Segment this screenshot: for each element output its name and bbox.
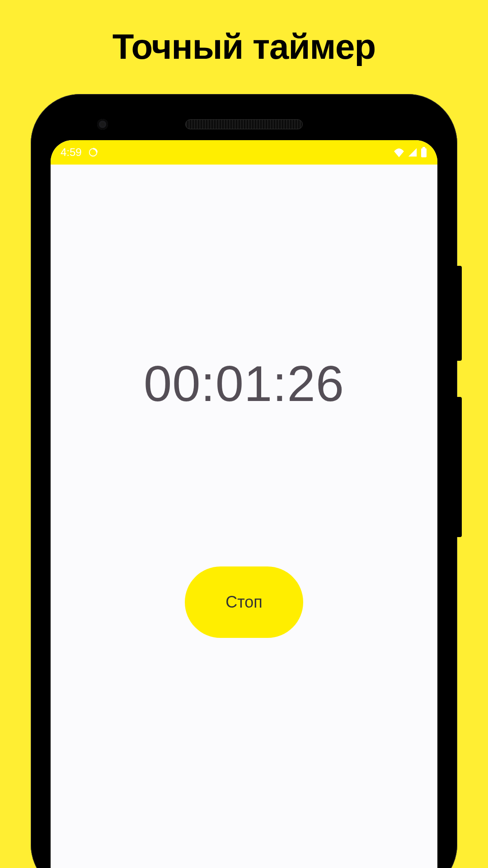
- svg-rect-1: [421, 148, 427, 157]
- status-bar: 4:59: [51, 140, 437, 165]
- svg-rect-2: [422, 147, 425, 148]
- app-body: 00:01:26 Стоп: [51, 165, 437, 868]
- cell-signal-icon: [408, 147, 418, 157]
- screen: 4:59 00:0: [51, 140, 437, 868]
- status-bar-left: 4:59: [61, 146, 98, 159]
- status-time: 4:59: [61, 146, 82, 159]
- stop-button-label: Стоп: [225, 593, 263, 612]
- wifi-icon: [393, 147, 405, 157]
- phone-frame: 4:59 00:0: [31, 94, 457, 868]
- speaker-grill: [185, 119, 303, 129]
- camera-dot: [97, 119, 108, 130]
- page-title: Точный таймер: [0, 0, 488, 67]
- status-bar-right: [393, 147, 427, 158]
- timer-icon: [88, 147, 98, 157]
- stop-button[interactable]: Стоп: [185, 566, 303, 638]
- side-button-power: [455, 266, 462, 361]
- side-button-volume: [455, 397, 462, 537]
- timer-display: 00:01:26: [144, 354, 344, 413]
- battery-icon: [420, 147, 427, 158]
